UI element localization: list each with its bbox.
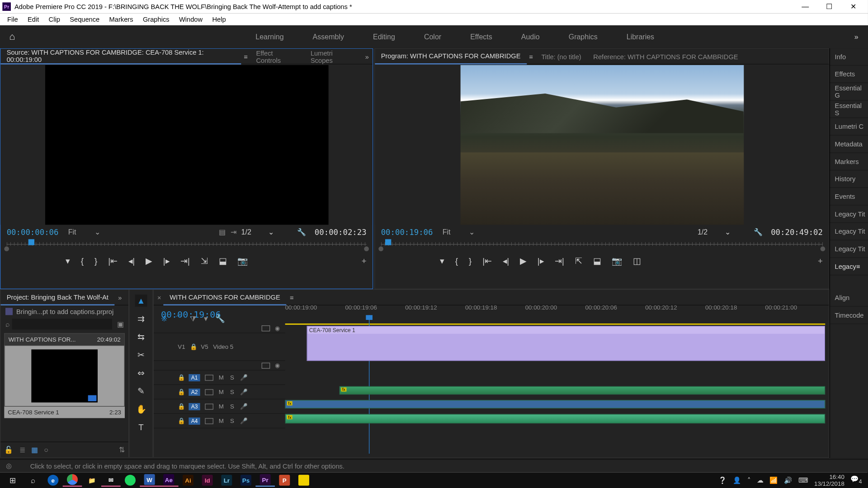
workspace-libraries[interactable]: Libraries bbox=[612, 25, 669, 48]
audio-clip-a3[interactable]: fx bbox=[285, 414, 826, 423]
rp-align[interactable]: Align bbox=[830, 289, 868, 307]
write-lock-icon[interactable]: 🔓 bbox=[4, 446, 13, 454]
source-patch-v1[interactable]: V1 bbox=[178, 343, 185, 350]
tray-wifi-icon[interactable]: 📶 bbox=[769, 476, 778, 484]
taskbar-indesign[interactable]: Id bbox=[198, 474, 217, 487]
taskbar-edge[interactable]: e bbox=[43, 474, 63, 487]
comparison-view-icon[interactable]: ◫ bbox=[633, 256, 641, 266]
step-fwd-icon[interactable]: |▸ bbox=[538, 256, 544, 266]
project-tab[interactable]: Project: Bringing Back The Wolf-At bbox=[0, 290, 114, 305]
overwrite-icon[interactable]: ⬓ bbox=[219, 256, 226, 266]
tab-lumetri-scopes[interactable]: Lumetri Scopes bbox=[305, 48, 362, 64]
rp-legacy-title-3[interactable]: Legacy Tit bbox=[830, 240, 868, 258]
source-tab[interactable]: Source: WITH CAPTIONS FOR CAMBRIDGE: CEA… bbox=[0, 48, 241, 64]
rp-essential-graphics[interactable]: Essential G bbox=[830, 83, 868, 101]
maximize-button[interactable]: ☐ bbox=[817, 0, 841, 13]
taskbar-illustrator[interactable]: Ai bbox=[179, 474, 198, 487]
mark-out-icon[interactable]: } bbox=[94, 256, 97, 266]
cc-icon[interactable]: ◎ bbox=[6, 462, 12, 470]
home-icon[interactable]: ⌂ bbox=[0, 31, 24, 42]
menu-graphics[interactable]: Graphics bbox=[138, 14, 174, 24]
menu-window[interactable]: Window bbox=[174, 14, 207, 24]
bin-header[interactable]: WITH CAPTIONS FOR...20:49:02 bbox=[4, 333, 125, 345]
rp-legacy[interactable]: Legacy ≡ bbox=[830, 258, 868, 276]
workspace-overflow-icon[interactable]: » bbox=[844, 33, 868, 41]
video-track-header[interactable]: V1 🔒 V5 Video 5 bbox=[154, 333, 285, 361]
toggle-sync-lock-icon[interactable] bbox=[262, 362, 270, 368]
source-resolution-select[interactable]: 1/2⌄ bbox=[241, 228, 274, 236]
clip-label-row[interactable]: CEA-708 Service 12:23 bbox=[4, 407, 125, 418]
tray-lang-icon[interactable]: ⌨ bbox=[798, 476, 808, 484]
razor-tool-icon[interactable]: ✂ bbox=[135, 349, 147, 361]
minimize-button[interactable]: — bbox=[793, 0, 817, 13]
rp-legacy-title-2[interactable]: Legacy Tit bbox=[830, 223, 868, 240]
source-playhead-icon[interactable] bbox=[28, 239, 34, 245]
rp-events[interactable]: Events bbox=[830, 188, 868, 206]
workspace-learning[interactable]: Learning bbox=[241, 25, 298, 48]
export-frame-icon[interactable]: 📷 bbox=[237, 256, 248, 266]
source-scrub-bar[interactable] bbox=[7, 239, 367, 251]
taskbar-spotify[interactable] bbox=[121, 474, 140, 487]
tray-volume-icon[interactable]: 🔊 bbox=[784, 476, 793, 484]
mark-in-icon[interactable]: { bbox=[81, 256, 84, 266]
taskbar-mail[interactable]: ✉ bbox=[101, 474, 121, 487]
pen-tool-icon[interactable]: ✎ bbox=[135, 385, 147, 397]
goto-in-icon[interactable]: |⇤ bbox=[108, 256, 118, 266]
toggle-track-output-icon[interactable]: ◉ bbox=[275, 362, 280, 369]
tray-up-icon[interactable]: ˄ bbox=[747, 476, 751, 484]
taskbar-explorer[interactable]: 📁 bbox=[82, 474, 101, 487]
settings-icon[interactable]: 🔧 bbox=[297, 228, 306, 236]
hand-tool-icon[interactable]: ✋ bbox=[135, 403, 147, 415]
menu-file[interactable]: File bbox=[2, 14, 23, 24]
freeform-view-icon[interactable]: ○ bbox=[44, 446, 48, 454]
source-timecode-in[interactable]: 00:00:00:06 bbox=[7, 227, 59, 236]
list-view-icon[interactable]: ≣ bbox=[19, 446, 25, 454]
taskbar-powerpoint[interactable]: P bbox=[275, 474, 294, 487]
rp-markers[interactable]: Markers bbox=[830, 153, 868, 171]
program-playhead-icon[interactable] bbox=[385, 239, 391, 245]
button-editor-icon[interactable]: + bbox=[362, 256, 373, 266]
tabs-overflow-icon[interactable]: » bbox=[114, 294, 125, 301]
audio-track-a2[interactable]: 🔒A2MS🎤 bbox=[154, 385, 285, 399]
task-view-button[interactable]: ⌕ bbox=[23, 474, 43, 487]
program-scrub-bar[interactable] bbox=[381, 239, 823, 251]
workspace-audio[interactable]: Audio bbox=[507, 25, 554, 48]
selection-tool-icon[interactable]: ▲ bbox=[135, 295, 147, 307]
menu-markers[interactable]: Markers bbox=[104, 14, 138, 24]
tray-onedrive-icon[interactable]: ☁ bbox=[757, 476, 764, 484]
tabs-overflow-icon[interactable]: » bbox=[362, 53, 373, 60]
rp-essential-sound[interactable]: Essential S bbox=[830, 101, 868, 118]
new-bin-icon[interactable]: ▣ bbox=[117, 320, 124, 328]
program-resolution-select[interactable]: 1/2⌄ bbox=[698, 228, 731, 236]
show-ruler-icon[interactable]: ⇥ bbox=[231, 228, 236, 236]
toggle-track-output-icon[interactable]: ◉ bbox=[275, 325, 280, 332]
rp-legacy-title-1[interactable]: Legacy Tit bbox=[830, 206, 868, 223]
audio-track-a1[interactable]: 🔒A1MS🎤 bbox=[154, 371, 285, 385]
rp-metadata[interactable]: Metadata bbox=[830, 136, 868, 153]
play-icon[interactable]: ▶ bbox=[520, 256, 527, 266]
track-select-tool-icon[interactable]: ⇉ bbox=[135, 313, 147, 325]
ripple-edit-tool-icon[interactable]: ⇆ bbox=[135, 331, 147, 343]
caption-clip[interactable]: CEA-708 Service 1 bbox=[307, 326, 825, 361]
rp-timecode[interactable]: Timecode bbox=[830, 307, 868, 324]
sort-icon[interactable]: ⇅ bbox=[119, 446, 125, 454]
export-frame-icon[interactable]: 📷 bbox=[612, 256, 622, 266]
taskbar-premiere[interactable]: Pr bbox=[255, 474, 275, 487]
menu-help[interactable]: Help bbox=[208, 14, 231, 24]
workspace-assembly[interactable]: Assembly bbox=[298, 25, 359, 48]
rp-lumetri-color[interactable]: Lumetri C bbox=[830, 118, 868, 136]
type-tool-icon[interactable]: T bbox=[135, 421, 147, 433]
taskbar-chrome[interactable] bbox=[63, 474, 82, 487]
timeline-content[interactable]: CEA-708 Service 1 fx fx fx bbox=[285, 324, 826, 454]
goto-in-icon[interactable]: |⇤ bbox=[482, 256, 492, 266]
taskbar-lightroom[interactable]: Lr bbox=[217, 474, 236, 487]
workspace-editing[interactable]: Editing bbox=[359, 25, 410, 48]
program-tab[interactable]: Program: WITH CAPTIONS FOR CAMBRIDGE bbox=[375, 48, 527, 64]
marker-icon[interactable]: ▾ bbox=[440, 256, 444, 266]
step-back-icon[interactable]: ◂| bbox=[503, 256, 509, 266]
goto-out-icon[interactable]: ⇥| bbox=[180, 256, 190, 266]
program-timecode-in[interactable]: 00:00:19:06 bbox=[381, 227, 433, 236]
taskbar-word[interactable]: W bbox=[140, 474, 159, 487]
work-area-bar[interactable] bbox=[285, 324, 826, 325]
menu-edit[interactable]: Edit bbox=[23, 14, 44, 24]
